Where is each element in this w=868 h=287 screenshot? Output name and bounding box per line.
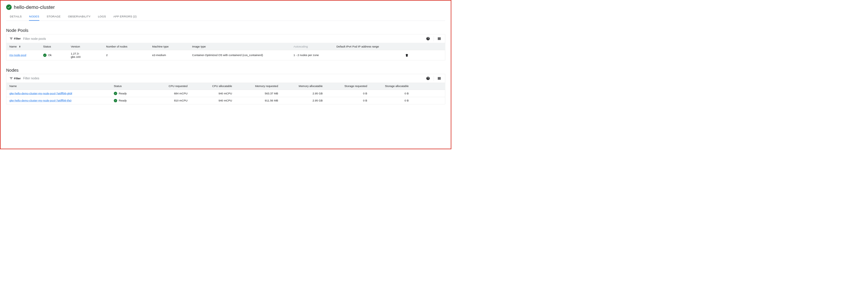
stor-alloc-cell: 0 B [367, 92, 408, 95]
page-title: hello-demo-cluster [14, 4, 55, 10]
cpu-alloc-cell: 940 mCPU [188, 99, 232, 102]
stor-req-cell: 0 B [323, 99, 367, 102]
tab-details[interactable]: DETAILS [10, 13, 22, 21]
sort-asc-icon [18, 45, 21, 48]
mem-alloc-cell: 2.95 GB [278, 92, 323, 95]
page-header: hello-demo-cluster [6, 4, 445, 10]
tab-storage[interactable]: STORAGE [46, 13, 61, 21]
table-row: my-node-pool Ok 1.27.3-gke.100 2 e2-medi… [6, 50, 445, 60]
nodes-table-header: Name Status CPU requested CPU allocatabl… [6, 83, 445, 90]
status-ok-icon [6, 4, 12, 10]
col-memory-requested[interactable]: Memory requested [232, 85, 278, 88]
status-ok-icon [114, 92, 117, 95]
col-image-type[interactable]: Image type [192, 45, 293, 48]
table-row: gke-hello-demo-cluster-my-node-pool-7a6f… [6, 90, 445, 97]
col-status[interactable]: Status [114, 85, 143, 88]
col-machine-type[interactable]: Machine type [152, 45, 192, 48]
nodes-filter-input[interactable] [23, 76, 425, 80]
status-cell: Ready [114, 92, 143, 95]
cpu-req-cell: 810 mCPU [143, 99, 188, 102]
machine-cell: e2-medium [152, 54, 192, 57]
version-cell: 1.27.3-gke.100 [71, 52, 89, 59]
nodes-filter-row: Filter [6, 74, 445, 83]
node-pools-heading: Node Pools [6, 28, 445, 33]
divider [434, 36, 434, 41]
node-pools-panel: Filter Name Status Version Number of nod… [6, 34, 445, 61]
col-pod-range[interactable]: Default IPv4 Pod IP address range [336, 45, 404, 48]
stor-req-cell: 0 B [323, 92, 367, 95]
col-cpu-requested[interactable]: CPU requested [143, 85, 188, 88]
col-node-count[interactable]: Number of nodes [106, 45, 152, 48]
col-memory-allocatable[interactable]: Memory allocatable [278, 85, 323, 88]
col-version[interactable]: Version [71, 45, 106, 48]
status-text: Ready [119, 99, 127, 102]
tab-nodes[interactable]: NODES [29, 13, 39, 21]
status-cell: Ok [43, 53, 71, 57]
delete-button[interactable] [404, 52, 410, 58]
nodes-cell: 2 [106, 54, 152, 57]
image-cell: Container-Optimized OS with containerd (… [192, 54, 272, 57]
nodes-heading: Nodes [6, 68, 445, 73]
node-pools-table-header: Name Status Version Number of nodes Mach… [6, 43, 445, 50]
status-text: Ready [119, 92, 127, 95]
col-status[interactable]: Status [43, 45, 71, 48]
status-cell: Ready [114, 99, 143, 102]
tab-logs[interactable]: LOGS [98, 13, 106, 21]
columns-button[interactable] [436, 75, 442, 81]
col-storage-allocatable[interactable]: Storage allocatable [367, 85, 408, 88]
col-name[interactable]: Name [9, 85, 114, 88]
nodes-panel: Filter Name Status CPU requested CPU all… [6, 74, 445, 104]
tab-app-errors[interactable]: APP ERRORS (2) [114, 13, 137, 21]
table-row: gke-hello-demo-cluster-my-node-pool-7a6f… [6, 97, 445, 104]
status-text: Ok [48, 54, 52, 57]
col-name[interactable]: Name [9, 45, 43, 48]
node-pools-filter-row: Filter [6, 34, 445, 43]
status-ok-icon [114, 99, 117, 102]
stor-alloc-cell: 0 B [367, 99, 408, 102]
cpu-alloc-cell: 940 mCPU [188, 92, 232, 95]
col-autoscaling[interactable]: Autoscaling [293, 45, 337, 48]
tab-bar: DETAILS NODES STORAGE OBSERVABILITY LOGS… [6, 13, 445, 21]
filter-label: Filter [14, 77, 21, 80]
node-link[interactable]: gke-hello-demo-cluster-my-node-pool-7a6f… [9, 92, 72, 95]
help-button[interactable] [425, 75, 431, 81]
filter-icon [9, 37, 13, 41]
filter-label: Filter [14, 37, 21, 40]
columns-button[interactable] [436, 36, 442, 42]
mem-req-cell: 911.56 MB [232, 99, 278, 102]
tab-observability[interactable]: OBSERVABILITY [68, 13, 90, 21]
status-ok-icon [43, 53, 46, 57]
autoscaling-cell: 1 - 2 nodes per zone [293, 54, 324, 57]
divider [434, 76, 434, 81]
col-storage-requested[interactable]: Storage requested [323, 85, 367, 88]
node-pool-link[interactable]: my-node-pool [9, 54, 26, 57]
cpu-req-cell: 684 mCPU [143, 92, 188, 95]
filter-icon [9, 76, 13, 80]
col-cpu-allocatable[interactable]: CPU allocatable [188, 85, 232, 88]
node-pools-filter-input[interactable] [23, 37, 425, 41]
node-link[interactable]: gke-hello-demo-cluster-my-node-pool-7a6f… [9, 99, 71, 102]
mem-alloc-cell: 2.95 GB [278, 99, 323, 102]
mem-req-cell: 563.37 MB [232, 92, 278, 95]
help-button[interactable] [425, 36, 431, 42]
